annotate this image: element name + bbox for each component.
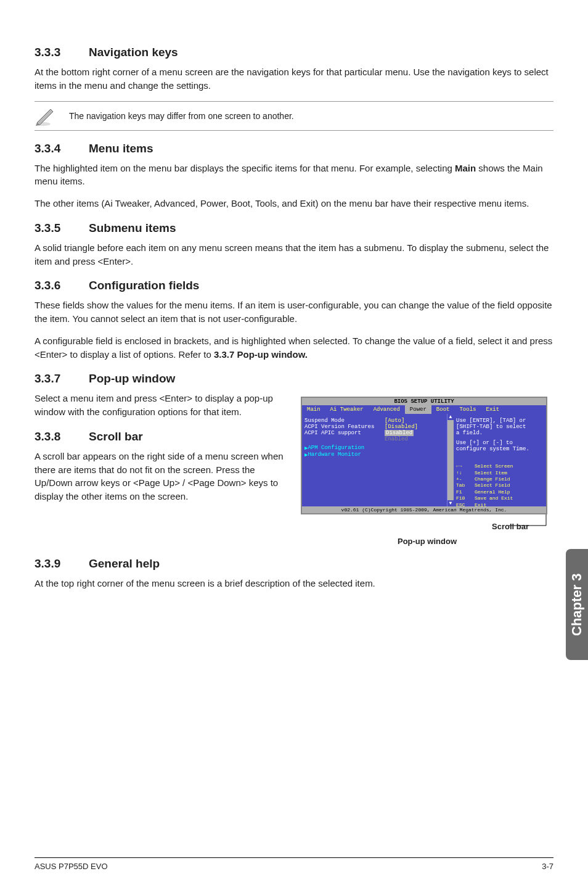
help-text: Use [ENTER], [TAB] or [456, 418, 544, 424]
bios-menu-item-selected: Power [405, 405, 431, 414]
bios-title: BIOS SETUP UTILITY [302, 398, 546, 405]
scroll-down-icon: ▼ [447, 500, 454, 506]
bios-scrollbar: ▲ ▼ [447, 414, 454, 506]
caption-scroll: Scroll bar [492, 522, 529, 531]
footer-page-number: 3-7 [542, 862, 553, 871]
heading-339: 3.3.9General help [35, 557, 553, 571]
heading-title: Menu items [89, 142, 153, 155]
help-text: Use [+] or [-] to [456, 440, 544, 446]
bios-option-value: [Auto] [385, 418, 404, 424]
footer-product: ASUS P7P55D EVO [35, 862, 108, 871]
body-text: At the top right corner of the menu scre… [35, 577, 553, 590]
bios-menubar: Main Ai Tweaker Advanced Power Boot Tool… [302, 405, 546, 414]
heading-title: Navigation keys [89, 46, 178, 59]
heading-num: 3.3.3 [35, 46, 89, 59]
body-text: A scroll bar appears on the right side o… [35, 450, 293, 503]
heading-num: 3.3.9 [35, 557, 89, 571]
note-block: The navigation keys may differ from one … [35, 101, 553, 131]
help-text: a field. [456, 430, 544, 436]
heading-337: 3.3.7Pop-up window [35, 372, 553, 386]
heading-num: 3.3.6 [35, 279, 89, 292]
body-text: These fields show the values for the men… [35, 299, 553, 326]
heading-title: Scroll bar [89, 430, 143, 443]
bios-popup-option: Disabled [385, 430, 414, 436]
bios-main-panel: Suspend Mode[Auto] ACPI Version Features… [302, 414, 447, 506]
callout-scroll: Scroll bar [301, 514, 553, 535]
key-help: ↑↓Select Item [456, 470, 544, 476]
text-bold: 3.3.7 Pop-up window. [214, 349, 308, 360]
bios-popup-option: Enabled [385, 436, 408, 442]
bios-menu-item: Exit [481, 405, 504, 414]
bios-option-label: ACPI Version Features [304, 424, 385, 430]
pencil-icon [35, 105, 58, 126]
body-text: The other items (Ai Tweaker, Advanced, P… [35, 197, 553, 210]
bios-menu-item: Main [302, 405, 325, 414]
heading-num: 3.3.5 [35, 221, 89, 235]
bios-menu-item: Tools [454, 405, 481, 414]
text-bold: Main [455, 163, 476, 173]
heading-num: 3.3.4 [35, 142, 89, 155]
key-help: F10Save and Exit [456, 495, 544, 501]
bios-option-label: ACPI APIC support [304, 430, 385, 436]
key-help: +-Change Field [456, 476, 544, 482]
heading-333: 3.3.3Navigation keys [35, 46, 553, 59]
body-text: Select a menu item and press <Enter> to … [35, 392, 293, 419]
heading-335: 3.3.5Submenu items [35, 221, 553, 235]
bios-menu-item: Boot [431, 405, 455, 414]
body-text: A solid triangle before each item on any… [35, 241, 553, 268]
heading-title: Pop-up window [89, 372, 175, 385]
note-text: The navigation keys may differ from one … [69, 111, 294, 121]
bios-menu-item: Ai Tweaker [325, 405, 369, 414]
caption-popup: Pop-up window [301, 537, 553, 546]
heading-title: Configuration fields [89, 279, 199, 292]
body-text: The highlighted item on the menu bar dis… [35, 162, 553, 189]
heading-338: 3.3.8Scroll bar [35, 430, 293, 444]
text-fragment: The highlighted item on the menu bar dis… [35, 163, 455, 173]
bios-help-panel: Use [ENTER], [TAB] or [SHIFT-TAB] to sel… [454, 414, 546, 506]
heading-title: Submenu items [89, 221, 176, 234]
body-text: At the bottom right corner of a menu scr… [35, 65, 553, 93]
page-footer: ASUS P7P55D EVO 3-7 [35, 857, 553, 871]
key-help: TabSelect Field [456, 482, 544, 489]
heading-num: 3.3.8 [35, 430, 89, 444]
bios-menu-item: Advanced [369, 405, 405, 414]
bios-submenu: APM Configuration [308, 445, 364, 452]
bios-option-value: [Disabled] [385, 424, 418, 430]
help-text: configure system Time. [456, 446, 544, 452]
scroll-up-icon: ▲ [447, 414, 454, 420]
heading-334: 3.3.4Menu items [35, 142, 553, 155]
heading-num: 3.3.7 [35, 372, 89, 386]
heading-title: General help [89, 557, 160, 570]
bios-option-label [304, 436, 385, 442]
heading-336: 3.3.6Configuration fields [35, 279, 553, 292]
key-help: F1General Help [456, 489, 544, 495]
bios-screenshot: BIOS SETUP UTILITY Main Ai Tweaker Advan… [301, 397, 547, 514]
bios-option-label: Suspend Mode [304, 418, 385, 424]
chapter-tab: Chapter 3 [566, 549, 588, 660]
help-text: [SHIFT-TAB] to select [456, 424, 544, 430]
body-text: A configurable field is enclosed in brac… [35, 334, 553, 361]
bios-submenu: Hardware Monitor [308, 452, 361, 458]
key-help: ←→Select Screen [456, 463, 544, 469]
